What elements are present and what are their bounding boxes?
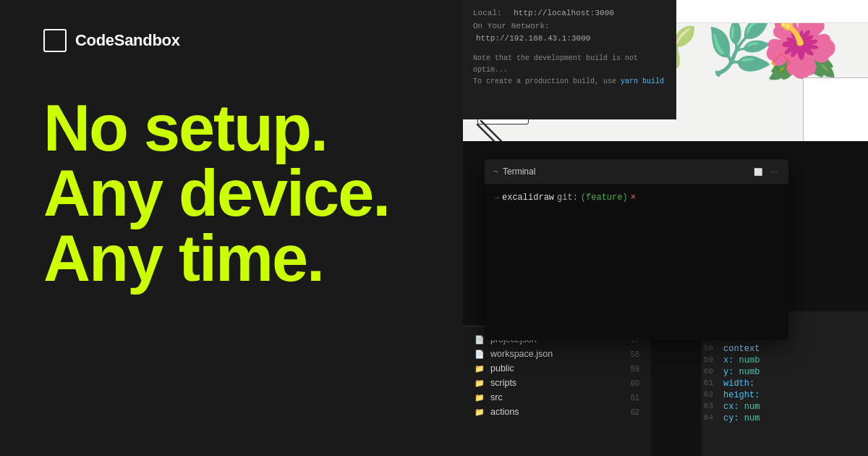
plant-decoration-2: 🌺 <box>762 23 839 77</box>
terminal-prompt-icon: ~ <box>493 166 498 177</box>
linenum-59: 59 <box>702 355 723 364</box>
file-explorer: 📄 project.json 57 📄 workspace.json 58 📁 … <box>463 326 651 456</box>
local-label: Local: <box>473 9 502 17</box>
folder-name-public: public <box>490 363 514 373</box>
left-panel: CodeSandbox No setup. Any device. Any ti… <box>0 0 477 456</box>
devserver-panel: Local: http://localhost:3000 On Your Net… <box>463 0 676 119</box>
file-icon-workspace: 📄 <box>475 350 485 359</box>
hero-line2: Any device. <box>43 161 434 226</box>
code-line-59: 59 x: numb <box>702 355 868 366</box>
terminal-maximize-btn[interactable]: ⬜ <box>752 166 764 177</box>
devserver-note1: Note that the development build is not o… <box>473 54 638 74</box>
code-line-64: 64 cy: num <box>702 413 868 424</box>
terminal-window: ~ Terminal ⬜ ⋯ → excalidraw git: (featur… <box>485 159 788 340</box>
term-arrow-icon: → <box>495 194 499 202</box>
code-line-58: 58 context <box>702 343 868 355</box>
network-label: On Your Network: <box>473 22 550 30</box>
file-name-workspace-json: workspace.json <box>490 349 553 359</box>
logo-box-icon <box>43 29 67 52</box>
code-line-61: 61 width: <box>702 378 868 389</box>
folder-icon-public: 📁 <box>475 364 485 373</box>
logo-text: CodeSandbox <box>75 31 180 50</box>
code-line-62: 62 height: <box>702 389 868 401</box>
file-item-actions[interactable]: 📁 actions 62 <box>463 405 651 419</box>
term-directory: excalidraw <box>502 193 554 203</box>
linenum-62: 62 <box>702 390 723 399</box>
linenum-63: 63 <box>702 402 723 410</box>
file-item-scripts[interactable]: 📁 scripts 60 <box>463 376 651 390</box>
devserver-note2: To create a production build, use <box>473 77 621 85</box>
folder-icon-actions: 📁 <box>475 408 485 417</box>
network-url: http://192.168.43.1:3000 <box>476 34 590 43</box>
svg-line-0 <box>477 124 514 141</box>
line-num-58: 58 <box>631 350 639 358</box>
terminal-controls: ⬜ ⋯ <box>752 166 780 177</box>
terminal-more-btn[interactable]: ⋯ <box>768 166 780 177</box>
folder-icon-src: 📁 <box>475 393 485 402</box>
folder-name-scripts: scripts <box>490 378 516 388</box>
terminal-body: → excalidraw git: (feature) × <box>485 184 788 340</box>
line-num-62: 62 <box>631 408 639 416</box>
line-num-61: 61 <box>631 393 639 402</box>
term-cursor: × <box>631 193 636 203</box>
code-line-63: 63 cx: num <box>702 401 868 413</box>
linenum-60: 60 <box>702 367 723 376</box>
right-panel: Local: http://localhost:3000 On Your Net… <box>463 0 868 456</box>
hero-text: No setup. Any device. Any time. <box>43 96 434 291</box>
file-icon: 📄 <box>475 335 485 345</box>
linenum-61: 61 <box>702 379 723 387</box>
folder-name-actions: actions <box>490 407 519 417</box>
file-item-public[interactable]: 📁 public 59 <box>463 361 651 376</box>
file-item-src[interactable]: 📁 src 61 <box>463 390 651 405</box>
folder-icon-scripts: 📁 <box>475 379 485 388</box>
local-url: http://localhost:3000 <box>514 9 614 17</box>
term-git-label: git: <box>557 193 578 203</box>
line-num-60: 60 <box>631 379 639 387</box>
code-line-60: 60 y: numb <box>702 366 868 378</box>
devserver-yarn-cmd: yarn build <box>621 77 664 85</box>
file-item-workspace-json[interactable]: 📄 workspace.json 58 <box>463 347 651 361</box>
hero-line1: No setup. <box>43 96 434 161</box>
svg-line-1 <box>481 121 517 141</box>
linenum-58: 58 <box>702 344 723 352</box>
terminal-prompt-line: → excalidraw git: (feature) × <box>495 193 778 203</box>
term-branch: (feature) <box>581 193 628 203</box>
arrow-strokes <box>463 117 550 141</box>
terminal-title: Terminal <box>503 166 535 177</box>
folder-name-src: src <box>490 392 503 402</box>
line-num-59: 59 <box>631 364 639 373</box>
linenum-64: 64 <box>702 413 723 422</box>
logo-area: CodeSandbox <box>43 29 434 52</box>
hero-line3: Any time. <box>43 226 434 291</box>
terminal-titlebar: ~ Terminal ⬜ ⋯ <box>485 159 788 184</box>
devserver-output: Local: http://localhost:3000 On Your Net… <box>473 7 666 88</box>
white-card-element <box>803 77 868 141</box>
